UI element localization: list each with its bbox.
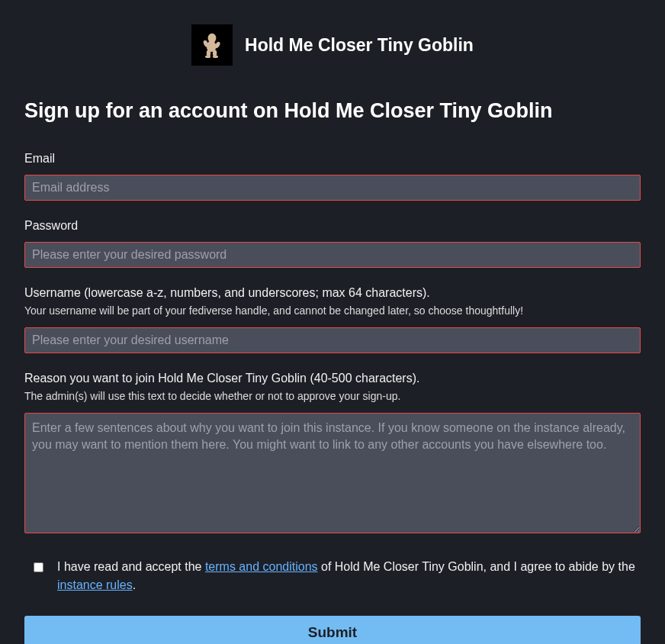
email-input[interactable] bbox=[24, 175, 641, 201]
agreement-checkbox[interactable] bbox=[34, 562, 43, 572]
agreement-text-suffix: . bbox=[133, 578, 136, 591]
site-logo bbox=[191, 24, 233, 66]
svg-point-6 bbox=[205, 56, 210, 59]
goblin-icon bbox=[198, 31, 226, 59]
agreement-label: I have read and accept the terms and con… bbox=[57, 558, 641, 594]
username-input[interactable] bbox=[24, 327, 641, 353]
password-input[interactable] bbox=[24, 242, 641, 268]
email-label: Email bbox=[24, 152, 641, 166]
username-label: Username (lowercase a-z, numbers, and un… bbox=[24, 286, 641, 300]
terms-link[interactable]: terms and conditions bbox=[205, 560, 318, 573]
site-title: Hold Me Closer Tiny Goblin bbox=[245, 35, 474, 56]
submit-button[interactable]: Submit bbox=[24, 616, 641, 644]
page-heading: Sign up for an account on Hold Me Closer… bbox=[24, 99, 641, 123]
username-help: Your username will be part of your fediv… bbox=[24, 304, 641, 317]
page-header: Hold Me Closer Tiny Goblin bbox=[24, 24, 641, 66]
agreement-text-prefix: I have read and accept the bbox=[57, 560, 205, 573]
rules-link[interactable]: instance rules bbox=[57, 578, 133, 591]
reason-help: The admin(s) will use this text to decid… bbox=[24, 390, 641, 402]
reason-label: Reason you want to join Hold Me Closer T… bbox=[24, 372, 641, 385]
password-label: Password bbox=[24, 219, 641, 233]
reason-textarea[interactable] bbox=[24, 413, 641, 533]
agreement-text-middle: of Hold Me Closer Tiny Goblin, and I agr… bbox=[318, 560, 635, 573]
svg-point-7 bbox=[213, 56, 218, 59]
signup-form: Email Password Username (lowercase a-z, … bbox=[24, 152, 641, 644]
